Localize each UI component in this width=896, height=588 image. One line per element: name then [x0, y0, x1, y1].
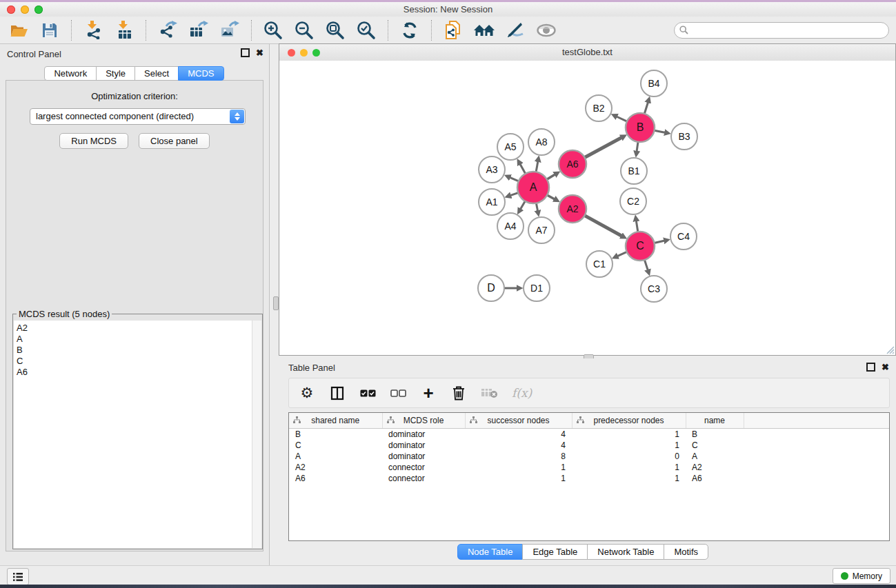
graph-edge-A-A6[interactable]	[547, 174, 555, 179]
mcds-result-item[interactable]: A2	[17, 323, 252, 334]
add-column-icon[interactable]: +	[420, 383, 437, 403]
resize-grip-icon[interactable]	[885, 345, 895, 354]
eye-icon	[536, 23, 557, 38]
close-panel-icon[interactable]: ✖	[256, 48, 263, 57]
graph-edge-C-C4[interactable]	[654, 241, 664, 243]
network-maximize-button[interactable]	[312, 49, 320, 57]
close-panel-button[interactable]: Close panel	[139, 133, 210, 149]
column-header-predecessor-nodes[interactable]: predecessor nodes	[572, 413, 686, 429]
export-table-button[interactable]	[187, 19, 210, 41]
zoom-out-button[interactable]	[292, 19, 316, 41]
mcds-result-item[interactable]: A6	[17, 367, 252, 378]
minimize-window-button[interactable]	[21, 6, 29, 14]
graph-edge-B-B4[interactable]	[644, 103, 648, 114]
graph-edge-B-B1[interactable]	[637, 142, 638, 152]
graph-edge-A-A1[interactable]	[510, 193, 518, 196]
close-table-panel-icon[interactable]: ✖	[882, 363, 889, 372]
tab-motifs[interactable]: Motifs	[664, 544, 708, 560]
memory-button[interactable]: Memory	[833, 568, 890, 584]
graph-edge-C-C3[interactable]	[644, 260, 648, 270]
graph-edge-C-C1[interactable]	[618, 252, 627, 256]
export-network-button[interactable]	[156, 19, 179, 41]
clone-network-button[interactable]	[441, 19, 465, 41]
search-input[interactable]	[691, 25, 884, 36]
zoom-selected-button[interactable]	[355, 19, 378, 41]
criterion-select[interactable]: largest connected component (directed)	[30, 108, 246, 125]
hide-graphics-details-button[interactable]	[504, 19, 527, 41]
run-mcds-button[interactable]: Run MCDS	[59, 133, 128, 149]
graph-edge-A-A5[interactable]	[520, 164, 526, 174]
zoom-in-button[interactable]	[261, 19, 285, 41]
maximize-window-button[interactable]	[34, 6, 43, 14]
task-history-button[interactable]	[7, 568, 29, 585]
select-stepper-icon	[230, 110, 244, 123]
float-panel-icon[interactable]	[241, 48, 250, 57]
refresh-layout-button[interactable]	[398, 19, 421, 41]
network-canvas[interactable]: AA1A2A3A4A5A6A7A8BB1B2B3B4CC1C2C3C4DD1	[279, 61, 895, 355]
close-window-button[interactable]	[7, 6, 15, 14]
graph-edge-A-A2[interactable]	[547, 195, 554, 199]
tab-style[interactable]: Style	[96, 66, 135, 81]
table-row[interactable]: Cdominator41C	[289, 440, 889, 451]
mcds-result-list[interactable]: A2ABCA6	[14, 321, 252, 548]
graph-edge-A2-C[interactable]	[585, 216, 621, 236]
graph-edge-C-C2[interactable]	[636, 221, 637, 232]
float-table-panel-icon[interactable]	[866, 363, 875, 372]
mcds-result-item[interactable]: C	[17, 356, 252, 367]
session-title: Session: New Session	[0, 2, 896, 17]
export-network-icon	[158, 21, 177, 39]
network-close-button[interactable]	[288, 49, 295, 57]
delete-column-button[interactable]	[450, 383, 467, 403]
mcds-result-item[interactable]: A	[17, 334, 252, 345]
import-network-button[interactable]	[81, 19, 105, 41]
vertical-split-divider-handle[interactable]	[273, 296, 279, 310]
graph-edge-A-A3[interactable]	[510, 178, 519, 181]
network-minimize-button[interactable]	[300, 49, 308, 57]
graph-edge-A-A7[interactable]	[536, 203, 537, 211]
tab-network-table[interactable]: Network Table	[587, 544, 664, 560]
export-image-button[interactable]	[218, 19, 241, 41]
network-window-titlebar[interactable]: testGlobe.txt	[279, 44, 895, 61]
graph-edge-B-B3[interactable]	[655, 130, 665, 132]
table-row[interactable]: A6connector11A6	[289, 473, 889, 484]
search-box[interactable]	[674, 22, 889, 39]
table-row[interactable]: Adominator80A	[289, 451, 889, 462]
delete-table-button[interactable]	[481, 383, 498, 403]
save-session-button[interactable]	[38, 19, 61, 41]
import-table-button[interactable]	[112, 19, 136, 41]
table-cell: 1	[572, 473, 686, 484]
column-visibility-button[interactable]	[329, 383, 346, 403]
graph-edge-B-B2[interactable]	[617, 116, 627, 121]
column-header-shared-name[interactable]: shared name	[289, 413, 382, 429]
function-builder-icon[interactable]: f(x)	[512, 383, 532, 403]
birdseye-view-button[interactable]	[535, 19, 558, 41]
tab-node-table[interactable]: Node Table	[457, 544, 524, 560]
graph-edge-A-A8[interactable]	[536, 162, 538, 172]
tab-edge-table[interactable]: Edge Table	[522, 544, 588, 560]
graph-node-label-B2: B2	[593, 103, 604, 114]
optimization-criterion-label: Optimization criterion:	[6, 91, 263, 101]
open-file-button[interactable]	[7, 19, 30, 41]
mcds-result-item[interactable]: B	[17, 345, 252, 356]
column-header-mcds-role[interactable]: MCDS role	[382, 413, 465, 429]
column-header-successor-nodes[interactable]: successor nodes	[465, 413, 572, 429]
status-bar: Memory	[0, 565, 896, 585]
select-all-rows-button[interactable]	[359, 383, 376, 403]
save-floppy-icon	[42, 23, 57, 38]
tab-select[interactable]: Select	[135, 66, 179, 81]
deselect-all-rows-button[interactable]	[390, 383, 406, 403]
graph-edge-A6-B[interactable]	[585, 138, 621, 158]
tab-network[interactable]: Network	[44, 66, 97, 81]
list-icon	[12, 572, 23, 582]
network-graph[interactable]: AA1A2A3A4A5A6A7A8BB1B2B3B4CC1C2C3C4DD1	[279, 61, 895, 355]
table-row[interactable]: A2connector11A2	[289, 462, 889, 473]
zoom-fit-button[interactable]	[323, 19, 347, 41]
column-header-name[interactable]: name	[686, 413, 744, 429]
home-button[interactable]	[472, 19, 496, 41]
graph-edge-A-A4[interactable]	[521, 201, 526, 209]
tab-mcds[interactable]: MCDS	[178, 66, 223, 81]
result-list-scrollbar[interactable]	[252, 321, 261, 548]
toolbar-separator	[388, 20, 388, 41]
table-row[interactable]: Bdominator41B	[289, 429, 889, 440]
table-options-gear-icon[interactable]: ⚙	[299, 383, 315, 403]
